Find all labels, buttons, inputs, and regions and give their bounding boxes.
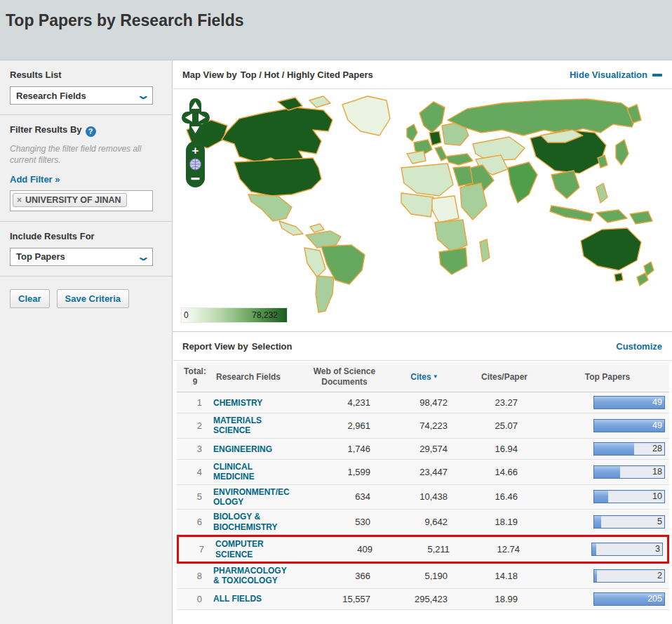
table-row: 8 PHARMACOLOGY & TOXICOLOGY 366 5,190 14… bbox=[177, 564, 669, 589]
filter-note: Changing the filter field removes all cu… bbox=[10, 143, 162, 166]
wos-documents-value: 2,961 bbox=[303, 420, 386, 431]
report-view-title-prefix: Report View by bbox=[182, 341, 248, 352]
wos-documents-value: 409 bbox=[305, 544, 388, 555]
cites-per-paper-value: 14.18 bbox=[463, 571, 546, 581]
top-papers-bar-fill bbox=[594, 466, 620, 478]
cites-per-paper-value: 16.94 bbox=[463, 444, 546, 454]
add-filter-link[interactable]: Add Filter » bbox=[10, 174, 60, 185]
report-view-title-text: Selection bbox=[252, 341, 293, 352]
sidebar: Results List Research Fields ⌄ Filter Re… bbox=[0, 60, 173, 624]
top-papers-bar: 28 bbox=[593, 442, 665, 456]
map-view-title: Map View byTop / Hot / Highly Cited Pape… bbox=[182, 69, 373, 80]
table-row: 4 CLINICAL MEDICINE 1,599 23,447 14.66 1… bbox=[177, 460, 669, 485]
wos-documents-header: Web of Science Documents bbox=[309, 366, 379, 387]
zoom-out-icon[interactable] bbox=[191, 178, 200, 180]
wos-documents-value: 1,746 bbox=[303, 444, 386, 454]
collapse-minus-icon bbox=[652, 74, 662, 77]
map-region-south-america[interactable] bbox=[304, 231, 365, 312]
map-view-header: Map View byTop / Hot / Highly Cited Pape… bbox=[173, 60, 672, 89]
sort-desc-icon: ▼ bbox=[433, 373, 438, 380]
row-rank: 4 bbox=[177, 467, 213, 477]
table-row: 0 ALL FIELDS 15,557 295,423 18.99 205 bbox=[177, 589, 669, 610]
cites-per-paper-value: 25.07 bbox=[463, 420, 546, 431]
cites-value: 23,447 bbox=[386, 467, 463, 477]
top-papers-bar: 10 bbox=[593, 490, 665, 503]
top-papers-bar-fill bbox=[594, 491, 608, 503]
hide-visualization-label: Hide Visualization bbox=[570, 69, 647, 80]
wos-documents-value: 634 bbox=[303, 491, 386, 502]
row-rank: 1 bbox=[177, 397, 213, 408]
cites-value: 29,574 bbox=[386, 444, 463, 454]
top-papers-value: 49 bbox=[652, 420, 662, 430]
table-header-row: Total: 9 Research Fields Web of Science … bbox=[177, 362, 669, 392]
hide-visualization-link[interactable]: Hide Visualization bbox=[570, 69, 662, 80]
wos-documents-value: 4,231 bbox=[303, 397, 386, 408]
zoom-in-icon[interactable]: + bbox=[192, 144, 199, 157]
report-table: Total: 9 Research Fields Web of Science … bbox=[177, 362, 669, 610]
cites-per-paper-value: 14.66 bbox=[463, 467, 546, 477]
top-papers-bar: 18 bbox=[593, 465, 665, 479]
top-papers-bar: 3 bbox=[591, 543, 663, 556]
map-view-title-text: Top / Hot / Highly Cited Papers bbox=[241, 69, 373, 80]
cites-per-paper-value: 18.19 bbox=[463, 517, 546, 527]
table-row: 6 BIOLOGY & BIOCHEMISTRY 530 9,642 18.19… bbox=[177, 510, 669, 535]
cites-value: 5,211 bbox=[388, 544, 465, 555]
research-field-link[interactable]: CHEMISTRY bbox=[213, 398, 262, 408]
map-region-oceania[interactable] bbox=[581, 228, 654, 286]
top-papers-value: 5 bbox=[657, 517, 662, 526]
world-map[interactable] bbox=[173, 89, 668, 331]
top-papers-bar-fill bbox=[592, 543, 596, 555]
top-papers-bar: 205 bbox=[593, 592, 665, 606]
clear-button[interactable]: Clear bbox=[10, 289, 50, 308]
map-view-title-prefix: Map View by bbox=[182, 69, 237, 80]
research-field-link[interactable]: PHARMACOLOGY & TOXICOLOGY bbox=[213, 566, 292, 586]
wos-documents-value: 366 bbox=[303, 571, 386, 581]
include-results-label: Include Results For bbox=[10, 231, 162, 241]
research-field-link[interactable]: BIOLOGY & BIOCHEMISTRY bbox=[213, 512, 292, 532]
research-field-link[interactable]: MATERIALS SCIENCE bbox=[213, 416, 292, 436]
remove-filter-icon[interactable]: × bbox=[17, 195, 22, 205]
top-papers-bar: 5 bbox=[593, 515, 665, 529]
research-field-link[interactable]: COMPUTER SCIENCE bbox=[215, 539, 294, 559]
map-region-north-america[interactable] bbox=[187, 96, 390, 235]
research-field-link[interactable]: CLINICAL MEDICINE bbox=[213, 462, 292, 482]
research-field-link[interactable]: ENVIRONMENT/ECOLOGY bbox=[213, 487, 292, 507]
top-papers-value: 49 bbox=[652, 397, 662, 407]
top-papers-header: Top Papers bbox=[546, 372, 669, 383]
customize-link[interactable]: Customize bbox=[616, 341, 662, 352]
row-rank: 5 bbox=[177, 491, 213, 502]
filter-label: Filter Results By? bbox=[10, 124, 162, 137]
wos-documents-value: 530 bbox=[303, 517, 386, 527]
include-results-select[interactable]: Top Papers ⌄ bbox=[10, 248, 153, 266]
top-papers-bar: 2 bbox=[593, 569, 665, 583]
map-pan-control[interactable] bbox=[182, 98, 210, 137]
table-row: 2 MATERIALS SCIENCE 2,961 74,223 25.07 4… bbox=[177, 413, 669, 439]
research-field-link[interactable]: ALL FIELDS bbox=[213, 594, 262, 604]
top-papers-bar: 49 bbox=[593, 419, 665, 432]
row-rank: 8 bbox=[177, 571, 213, 581]
cites-per-paper-value: 12.74 bbox=[465, 544, 548, 555]
top-papers-bar-fill bbox=[594, 443, 634, 455]
research-field-link[interactable]: ENGINEERING bbox=[213, 444, 272, 454]
wos-documents-value: 1,599 bbox=[303, 467, 386, 477]
top-papers-value: 28 bbox=[652, 444, 662, 453]
include-results-section: Include Results For Top Papers ⌄ bbox=[0, 222, 172, 277]
filter-input[interactable]: × UNIVERSITY OF JINAN bbox=[10, 190, 153, 211]
cites-value: 98,472 bbox=[386, 397, 463, 408]
report-view-header: Report View bySelection Customize bbox=[173, 332, 672, 361]
research-fields-header: Research Fields bbox=[213, 372, 303, 383]
top-papers-value: 3 bbox=[655, 544, 660, 554]
save-criteria-button[interactable]: Save Criteria bbox=[57, 289, 130, 308]
content-area: Results List Research Fields ⌄ Filter Re… bbox=[0, 60, 672, 624]
world-map-container: + bbox=[173, 89, 672, 331]
cites-value: 10,438 bbox=[386, 491, 463, 502]
table-row: 1 CHEMISTRY 4,231 98,472 23.27 49 bbox=[177, 392, 669, 413]
wos-documents-value: 15,557 bbox=[303, 594, 386, 604]
row-rank: 2 bbox=[177, 420, 213, 431]
map-zoom-control[interactable]: + bbox=[186, 141, 205, 187]
table-row: 5 ENVIRONMENT/ECOLOGY 634 10,438 16.46 1… bbox=[177, 485, 669, 510]
help-icon[interactable]: ? bbox=[86, 126, 96, 137]
results-list-select[interactable]: Research Fields ⌄ bbox=[10, 86, 153, 105]
total-header: Total: 9 bbox=[177, 366, 213, 387]
cites-sort-header[interactable]: Cites▼ bbox=[386, 372, 463, 383]
